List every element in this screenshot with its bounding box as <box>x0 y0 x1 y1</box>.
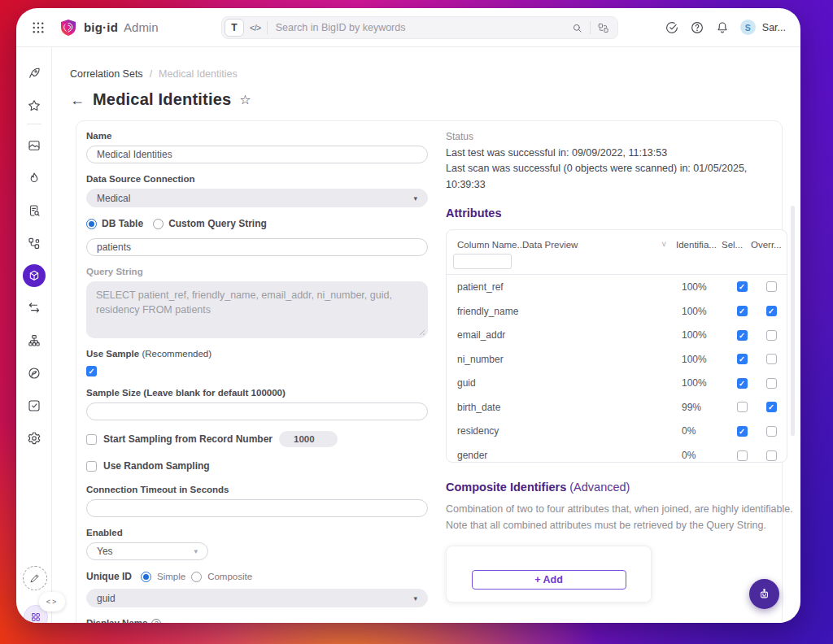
assistant-fab-button[interactable] <box>749 579 779 609</box>
enabled-select[interactable]: Yes ▾ <box>86 542 208 560</box>
task-status-icon[interactable] <box>665 20 679 35</box>
back-arrow-icon[interactable]: ← <box>70 93 85 107</box>
user-avatar[interactable]: S <box>740 20 756 35</box>
override-checkbox[interactable] <box>766 378 777 389</box>
attributes-scrollbar[interactable] <box>791 206 795 436</box>
search-icon[interactable] <box>571 22 583 34</box>
unique-composite-radio[interactable] <box>191 572 202 582</box>
selected-checkbox[interactable] <box>737 354 748 364</box>
override-checkbox[interactable] <box>766 330 777 341</box>
sample-size-input[interactable] <box>86 402 428 420</box>
nav-item-classification[interactable] <box>16 227 52 259</box>
nav-item-hotspots[interactable] <box>16 162 52 194</box>
advanced-search-icon[interactable] <box>597 22 609 34</box>
brand-logo[interactable]: big·id Admin <box>59 18 159 37</box>
nav-item-settings[interactable] <box>16 422 52 455</box>
favorite-star-icon[interactable]: ☆ <box>239 92 251 107</box>
override-checkbox[interactable] <box>766 402 777 412</box>
nav-item-org-map[interactable] <box>16 324 52 357</box>
help-circle-icon[interactable]: ? <box>151 619 161 624</box>
search-input[interactable] <box>268 22 571 33</box>
use-sample-checkbox[interactable] <box>86 366 97 376</box>
unique-id-select[interactable]: guid ▾ <box>86 589 428 607</box>
attribute-name: residency <box>457 425 682 437</box>
transfer-arrows-icon <box>27 301 41 315</box>
page-title: Medical Identities <box>93 90 231 109</box>
random-sampling-checkbox[interactable] <box>86 461 97 472</box>
override-header[interactable]: Overr... <box>751 240 780 250</box>
nav-item-dashboard[interactable] <box>16 129 52 162</box>
column-name-header[interactable]: Column Name... <box>457 240 522 250</box>
text-mode-toggle[interactable]: T <box>225 19 244 37</box>
table-row[interactable]: gender 0% <box>447 443 787 463</box>
selected-checkbox[interactable] <box>737 402 748 412</box>
attribute-name: birth_date <box>457 402 682 413</box>
override-checkbox[interactable] <box>766 281 777 292</box>
nav-item-favorites[interactable] <box>16 89 52 122</box>
cube-icon <box>28 269 41 282</box>
sidebar-collapse-toggle[interactable]: <> <box>39 592 65 611</box>
add-composite-button[interactable]: + Add <box>472 570 626 590</box>
attributes-table: Column Name... Data Preview ˅ Identifia.… <box>446 229 787 463</box>
nav-item-getting-started[interactable] <box>16 57 52 89</box>
nav-item-correlation[interactable] <box>16 259 52 292</box>
table-row[interactable]: guid 100% <box>447 372 787 396</box>
active-nav-highlight <box>23 264 46 287</box>
attribute-name: patient_ref <box>457 281 682 293</box>
code-mode-toggle[interactable]: </> <box>244 21 268 34</box>
table-row[interactable]: friendly_name 100% <box>447 299 787 324</box>
nav-item-catalog[interactable] <box>16 194 52 227</box>
data-preview-header[interactable]: Data Preview <box>522 240 578 250</box>
composite-description: Combination of two to four attributes th… <box>446 502 796 533</box>
table-row[interactable]: email_addr 100% <box>447 323 787 347</box>
global-search-bar[interactable]: T </> <box>221 16 618 39</box>
selected-checkbox[interactable] <box>737 330 748 341</box>
composite-identifiers-card: + Add <box>446 546 652 603</box>
selected-checkbox[interactable] <box>737 378 748 389</box>
user-name[interactable]: Sar... <box>762 22 786 33</box>
table-name-input[interactable] <box>86 238 428 256</box>
nav-item-tasks[interactable] <box>16 389 52 422</box>
selected-checkbox[interactable] <box>737 281 748 292</box>
start-sampling-checkbox[interactable] <box>86 434 97 445</box>
attribute-identifiability: 100% <box>682 329 727 341</box>
override-checkbox[interactable] <box>766 426 777 437</box>
table-row[interactable]: residency 0% <box>447 420 787 444</box>
notifications-bell-icon[interactable] <box>715 20 730 35</box>
override-checkbox[interactable] <box>766 306 777 316</box>
nav-item-privacy[interactable] <box>16 357 52 389</box>
db-table-radio[interactable] <box>86 219 97 229</box>
name-input[interactable] <box>86 146 428 163</box>
nav-item-data-flows[interactable] <box>16 292 52 324</box>
timeout-input[interactable] <box>86 499 428 517</box>
custom-query-radio[interactable] <box>153 219 164 229</box>
app-launcher-icon[interactable] <box>31 20 46 35</box>
chevron-down-icon: ▾ <box>413 194 417 202</box>
unique-simple-radio[interactable] <box>141 572 151 582</box>
query-string-textarea[interactable]: SELECT patient_ref, friendly_name, email… <box>86 281 428 338</box>
breadcrumb-current: Medical Identities <box>159 68 238 80</box>
help-icon[interactable] <box>690 20 704 35</box>
star-icon <box>27 98 41 113</box>
annotation-pencil-button[interactable] <box>23 566 47 590</box>
attributes-heading: Attributes <box>446 207 787 220</box>
override-checkbox[interactable] <box>766 450 777 461</box>
top-bar: big·id Admin T </> <box>16 8 800 47</box>
selected-checkbox[interactable] <box>737 450 748 461</box>
breadcrumb-correlation-sets[interactable]: Correlation Sets <box>70 68 143 80</box>
table-row[interactable]: birth_date 99% <box>447 395 787 420</box>
override-checkbox[interactable] <box>766 354 777 364</box>
identifiability-header[interactable]: Identifia... <box>676 240 722 250</box>
sample-size-label: Sample Size (Leave blank for default 100… <box>86 388 428 398</box>
desktop-background: big·id Admin T </> <box>0 0 833 644</box>
column-name-filter-input[interactable] <box>453 254 512 269</box>
data-source-label: Data Source Connection <box>86 174 428 184</box>
composite-advanced-suffix: (Advanced) <box>569 481 630 494</box>
preview-dropdown-chevron-icon[interactable]: ˅ <box>661 240 666 250</box>
selected-header[interactable]: Sel... <box>722 240 751 250</box>
table-row[interactable]: patient_ref 100% <box>447 275 787 299</box>
data-source-select[interactable]: Medical ▾ <box>86 189 428 207</box>
selected-checkbox[interactable] <box>737 306 748 316</box>
selected-checkbox[interactable] <box>737 426 748 437</box>
table-row[interactable]: ni_number 100% <box>447 347 787 372</box>
